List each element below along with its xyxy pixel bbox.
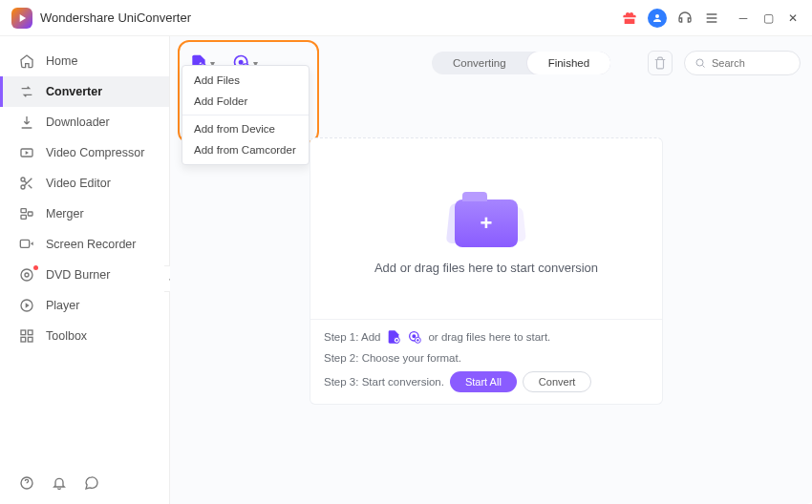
sidebar: Home Converter Downloader Video Compress… [0, 36, 170, 504]
search-field[interactable] [712, 57, 788, 69]
merger-icon [19, 206, 34, 221]
sidebar-item-label: Converter [46, 85, 102, 98]
steps: Step 1: Add or drag files here to start.… [310, 319, 662, 404]
sidebar-item-label: Screen Recorder [46, 238, 137, 251]
svg-point-17 [240, 61, 243, 64]
sidebar-item-recorder[interactable]: Screen Recorder [0, 229, 169, 260]
dropdown-item-add-folder[interactable]: Add Folder [182, 91, 309, 112]
svg-point-1 [21, 178, 25, 181]
sidebar-item-merger[interactable]: Merger [0, 199, 169, 229]
dropdown-separator [182, 115, 309, 116]
sidebar-item-label: Video Compressor [46, 146, 144, 159]
svg-point-2 [21, 185, 25, 189]
maximize-button[interactable]: ▢ [760, 10, 776, 26]
tabs: Converting Finished [432, 52, 610, 74]
step1-prefix: Step 1: Add [324, 331, 380, 343]
step-2: Step 2: Choose your format. [324, 352, 649, 364]
sidebar-item-dvd[interactable]: DVD Burner [0, 260, 169, 290]
dropzone-card: + Add or drag files here to start conver… [310, 137, 663, 405]
grid-icon [19, 328, 34, 344]
dropdown-item-add-camcorder[interactable]: Add from Camcorder [182, 139, 309, 160]
dropdown-item-add-files[interactable]: Add Files [182, 70, 309, 91]
sidebar-item-label: Downloader [46, 116, 110, 129]
menu-icon[interactable] [703, 10, 720, 27]
disc-plus-icon [407, 329, 422, 345]
compressor-icon [19, 145, 34, 160]
file-plus-icon [386, 329, 401, 345]
sidebar-item-label: Video Editor [46, 177, 111, 190]
svg-rect-6 [20, 240, 29, 247]
step-1: Step 1: Add or drag files here to start. [324, 329, 649, 345]
titlebar: Wondershare UniConverter ─ ▢ ✕ [0, 0, 812, 36]
sidebar-item-player[interactable]: Player [0, 290, 169, 321]
app-title: Wondershare UniConverter [40, 10, 191, 25]
sidebar-item-label: Toolbox [46, 329, 87, 343]
dropzone[interactable]: + Add or drag files here to start conver… [310, 138, 662, 319]
sidebar-item-label: Merger [46, 207, 84, 220]
close-button[interactable]: ✕ [785, 10, 801, 26]
dropdown-item-add-device[interactable]: Add from Device [182, 118, 309, 139]
plus-icon: + [481, 211, 493, 236]
svg-rect-13 [28, 337, 32, 342]
svg-point-22 [413, 335, 416, 338]
sidebar-item-label: Player [46, 299, 79, 312]
sidebar-item-converter[interactable]: Converter [0, 76, 169, 107]
search-input[interactable] [684, 51, 801, 75]
svg-rect-3 [21, 209, 26, 213]
svg-rect-10 [21, 330, 26, 335]
sidebar-item-home[interactable]: Home [0, 46, 169, 76]
feedback-icon[interactable] [84, 475, 99, 491]
sidebar-bottom [0, 475, 169, 504]
add-dropdown: Add Files Add Folder Add from Device Add… [182, 65, 310, 165]
step-3: Step 3: Start conversion. Start All Conv… [324, 371, 649, 392]
sidebar-item-label: Home [46, 54, 77, 68]
play-icon [19, 298, 34, 313]
home-icon [19, 53, 34, 69]
window-controls: ─ ▢ ✕ [736, 10, 801, 26]
disc-icon [19, 267, 34, 283]
tab-converting[interactable]: Converting [432, 52, 527, 74]
support-icon[interactable] [676, 10, 694, 27]
start-all-button[interactable]: Start All [450, 371, 517, 392]
sidebar-item-editor[interactable]: Video Editor [0, 168, 169, 199]
svg-point-7 [21, 269, 32, 281]
svg-point-19 [696, 59, 703, 66]
tab-finished[interactable]: Finished [527, 52, 610, 74]
svg-rect-12 [21, 337, 26, 342]
gift-icon[interactable] [621, 10, 638, 27]
dropzone-text: Add or drag files here to start conversi… [374, 261, 598, 275]
sidebar-item-toolbox[interactable]: Toolbox [0, 321, 169, 351]
converter-icon [19, 84, 34, 99]
sidebar-item-compressor[interactable]: Video Compressor [0, 137, 169, 168]
user-avatar-icon[interactable] [648, 9, 667, 28]
svg-rect-4 [21, 215, 26, 219]
help-icon[interactable] [19, 475, 34, 491]
scissors-icon [19, 176, 34, 191]
svg-rect-11 [28, 330, 32, 335]
trash-button[interactable] [648, 51, 673, 75]
minimize-button[interactable]: ─ [736, 10, 751, 26]
convert-button[interactable]: Convert [523, 371, 592, 392]
sidebar-item-downloader[interactable]: Downloader [0, 107, 169, 137]
main: ▾ ▾ Converting Finished [170, 36, 812, 504]
svg-rect-5 [28, 212, 32, 216]
titlebar-icons: ─ ▢ ✕ [621, 9, 801, 28]
sidebar-item-label: DVD Burner [46, 268, 110, 282]
download-icon [19, 115, 34, 130]
folder-illustration: + [442, 182, 530, 247]
recorder-icon [19, 237, 34, 252]
app-logo [11, 8, 32, 29]
bell-icon[interactable] [52, 475, 67, 491]
nav: Home Converter Downloader Video Compress… [0, 46, 169, 475]
step1-suffix: or drag files here to start. [428, 331, 550, 343]
svg-point-8 [25, 273, 29, 277]
search-icon [694, 57, 706, 69]
